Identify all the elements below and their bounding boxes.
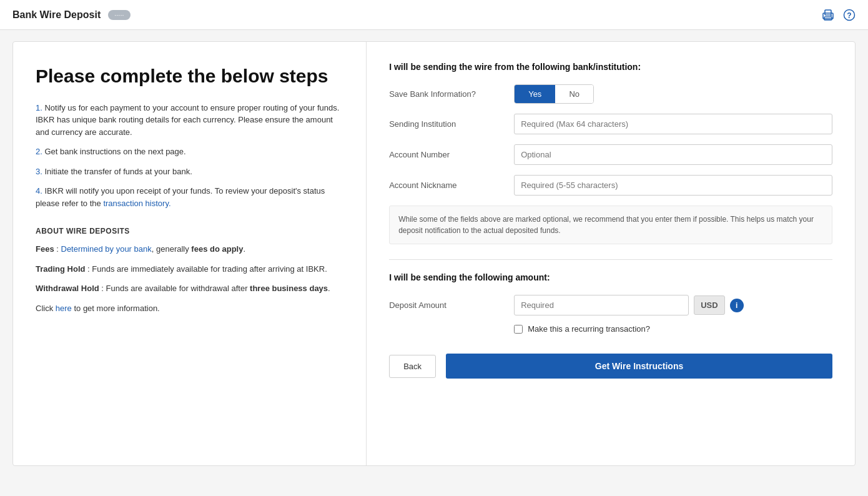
account-number-row: Account Number bbox=[389, 144, 832, 165]
recurring-checkbox[interactable] bbox=[514, 325, 523, 334]
more-info-link[interactable]: here bbox=[56, 304, 72, 313]
fees-link[interactable]: Determined by your bank bbox=[61, 244, 152, 254]
save-bank-row: Save Bank Information? Yes No bbox=[389, 84, 832, 104]
sending-institution-label: Sending Institution bbox=[389, 119, 514, 129]
account-number-label: Account Number bbox=[389, 150, 514, 159]
transaction-history-link[interactable]: transaction history. bbox=[103, 199, 170, 208]
step-1: 1. Notify us for each payment to your ac… bbox=[36, 102, 346, 139]
step-2-text: Get bank instructions on the next page. bbox=[44, 147, 185, 156]
main-heading: Please complete the below steps bbox=[36, 64, 346, 88]
currency-badge: USD bbox=[694, 295, 724, 315]
step-1-text: Notify us for each payment to your accou… bbox=[36, 103, 339, 137]
recurring-label[interactable]: Make this a recurring transaction? bbox=[528, 324, 650, 334]
save-bank-label: Save Bank Information? bbox=[389, 89, 514, 99]
action-row: Back Get Wire Instructions bbox=[389, 354, 832, 379]
withdrawal-hold-item: Withdrawal Hold : Funds are available fo… bbox=[36, 282, 346, 295]
trading-hold-text: : Funds are immediately available for tr… bbox=[87, 264, 327, 274]
account-number-input[interactable] bbox=[514, 144, 832, 165]
recurring-label-text: Make this a recurring transaction? bbox=[528, 324, 650, 334]
svg-point-3 bbox=[831, 15, 832, 16]
get-wire-instructions-button[interactable]: Get Wire Instructions bbox=[446, 354, 832, 379]
step-3-text: Initiate the transfer of funds at your b… bbox=[44, 167, 192, 176]
deposit-amount-row: Deposit Amount USD i bbox=[389, 295, 832, 315]
deposit-info-icon[interactable]: i bbox=[730, 299, 744, 312]
deposit-amount-label: Deposit Amount bbox=[389, 300, 514, 310]
account-nickname-row: Account Nickname bbox=[389, 175, 832, 196]
more-info-item: Click here to get more information. bbox=[36, 302, 346, 315]
page-title: Bank Wire Deposit bbox=[12, 9, 101, 21]
withdrawal-hold-text: : Funds are available for withdrawal aft… bbox=[101, 284, 330, 293]
step-3-num: 3. bbox=[36, 167, 42, 176]
bank-section-heading: I will be sending the wire from the foll… bbox=[389, 62, 832, 72]
step-2-num: 2. bbox=[36, 147, 42, 156]
account-nickname-label: Account Nickname bbox=[389, 181, 514, 190]
about-heading: ABOUT WIRE DEPOSITS bbox=[36, 227, 346, 236]
trading-hold-item: Trading Hold : Funds are immediately ava… bbox=[36, 263, 346, 275]
amount-section-heading: I will be sending the following amount: bbox=[389, 272, 832, 282]
step-4-num: 4. bbox=[36, 186, 42, 196]
more-info-text: Click bbox=[36, 304, 56, 313]
more-info-text2: to get more information. bbox=[74, 304, 159, 313]
help-icon[interactable]: ? bbox=[843, 9, 856, 21]
top-bar-icons: ? bbox=[822, 9, 856, 21]
step-4: 4. IBKR will notify you upon receipt of … bbox=[36, 185, 346, 209]
fees-item: Fees : Determined by your bank, generall… bbox=[36, 243, 346, 255]
svg-rect-1 bbox=[825, 10, 831, 15]
recurring-row: Make this a recurring transaction? bbox=[514, 324, 832, 334]
deposit-amount-input[interactable] bbox=[514, 295, 689, 315]
step-1-num: 1. bbox=[36, 103, 42, 112]
save-bank-toggle[interactable]: Yes No bbox=[514, 84, 594, 104]
sending-institution-input[interactable] bbox=[514, 114, 832, 134]
left-panel: Please complete the below steps 1. Notif… bbox=[13, 42, 367, 465]
trading-hold-label: Trading Hold bbox=[36, 264, 85, 274]
fees-label: Fees bbox=[36, 244, 54, 254]
yes-button[interactable]: Yes bbox=[515, 85, 555, 103]
account-nickname-input[interactable] bbox=[514, 175, 832, 196]
step-3: 3. Initiate the transfer of funds at you… bbox=[36, 166, 346, 178]
print-icon[interactable] bbox=[822, 9, 834, 21]
back-button[interactable]: Back bbox=[389, 355, 436, 378]
right-panel: I will be sending the wire from the foll… bbox=[367, 42, 855, 465]
sending-institution-row: Sending Institution bbox=[389, 114, 832, 134]
step-2: 2. Get bank instructions on the next pag… bbox=[36, 146, 346, 158]
main-card: Please complete the below steps 1. Notif… bbox=[12, 41, 856, 466]
about-section: ABOUT WIRE DEPOSITS Fees : Determined by… bbox=[36, 227, 346, 314]
fees-text: : Determined by your bank, generally fee… bbox=[56, 244, 245, 254]
step-4-text: IBKR will notify you upon receipt of you… bbox=[36, 186, 325, 208]
svg-text:?: ? bbox=[847, 11, 851, 20]
account-badge: ····· bbox=[108, 10, 130, 20]
info-note: While some of the fields above are marke… bbox=[389, 206, 832, 244]
divider bbox=[389, 259, 832, 260]
withdrawal-hold-label: Withdrawal Hold bbox=[36, 284, 99, 293]
steps-list: 1. Notify us for each payment to your ac… bbox=[36, 102, 346, 210]
no-button[interactable]: No bbox=[555, 85, 593, 103]
top-bar-left: Bank Wire Deposit ····· bbox=[12, 9, 131, 21]
deposit-input-group: USD i bbox=[514, 295, 743, 315]
top-bar: Bank Wire Deposit ····· ? bbox=[0, 0, 868, 30]
